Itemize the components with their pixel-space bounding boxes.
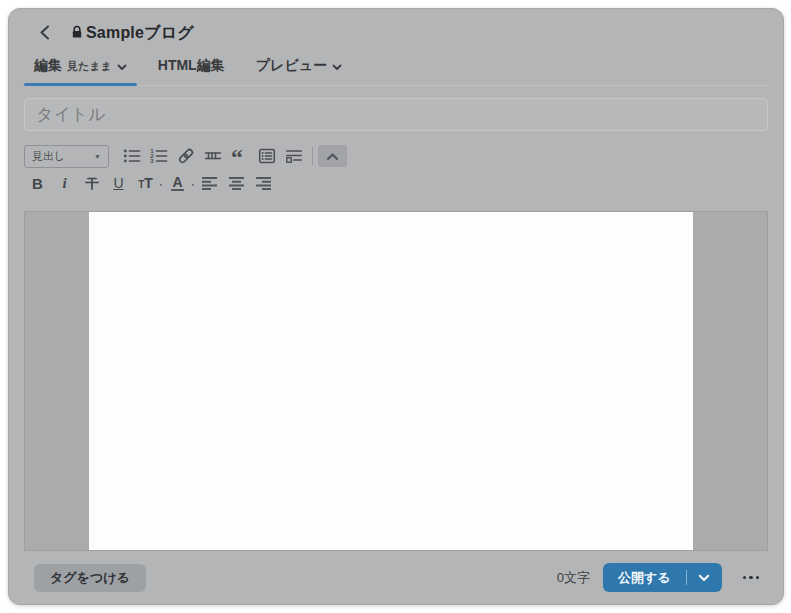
publish-button[interactable]: 公開する xyxy=(603,563,686,592)
read-more-button[interactable] xyxy=(199,145,226,167)
chevron-down-icon xyxy=(698,570,710,585)
unordered-list-icon xyxy=(122,146,142,166)
chevron-up-icon xyxy=(326,149,339,164)
align-center-icon xyxy=(227,174,246,192)
align-right-icon xyxy=(254,174,273,192)
text-color-button[interactable]: A xyxy=(164,172,191,194)
editor-area xyxy=(24,211,768,551)
bold-icon: B xyxy=(32,176,43,191)
text-size-button[interactable]: TT xyxy=(132,172,159,194)
read-more-icon xyxy=(203,146,223,166)
blog-title-group: Sampleブログ xyxy=(71,23,194,44)
table-of-contents-button[interactable] xyxy=(253,145,280,167)
tab-label: 編集 xyxy=(34,57,62,75)
select-arrow-icon: ▼ xyxy=(94,153,101,160)
add-tag-button[interactable]: タグをつける xyxy=(34,564,146,592)
chevron-down-icon xyxy=(117,57,127,75)
tab-label: HTML編集 xyxy=(158,57,225,75)
underline-button[interactable]: U xyxy=(105,172,132,194)
align-center-button[interactable] xyxy=(223,172,250,194)
strikethrough-icon xyxy=(83,174,101,192)
char-count: 0文字 xyxy=(557,569,590,587)
toolbar-row-2: B i U TT A xyxy=(24,171,768,195)
ordered-list-icon: 123 xyxy=(149,146,169,166)
toolbar-collapse-button[interactable] xyxy=(318,145,347,167)
padlock-icon xyxy=(71,25,83,43)
blog-editor-window: Sampleブログ 編集 見たまま HTML編集 プレビュー 見出し ▼ xyxy=(8,8,784,605)
quote-icon: “ xyxy=(230,146,250,166)
footer-bar: タグをつける 0文字 公開する xyxy=(9,551,783,604)
svg-text:3: 3 xyxy=(150,157,154,164)
footnote-button[interactable] xyxy=(280,145,307,167)
italic-button[interactable]: i xyxy=(51,172,78,194)
tab-bar: 編集 見たまま HTML編集 プレビュー xyxy=(24,51,768,86)
svg-text:“: “ xyxy=(231,146,243,166)
footnote-icon xyxy=(284,146,304,166)
blog-title: Sampleブログ xyxy=(86,23,194,44)
footer-right-group: 0文字 公開する xyxy=(557,563,761,592)
align-left-icon xyxy=(200,174,219,192)
align-right-button[interactable] xyxy=(250,172,277,194)
chevron-left-icon xyxy=(38,25,51,43)
header: Sampleブログ xyxy=(9,9,783,45)
tab-sublabel: 見たまま xyxy=(67,59,112,74)
tab-html-edit[interactable]: HTML編集 xyxy=(156,51,227,85)
title-input[interactable] xyxy=(24,98,768,131)
link-icon xyxy=(176,146,196,166)
align-left-button[interactable] xyxy=(196,172,223,194)
publish-split-button: 公開する xyxy=(603,563,722,592)
bold-button[interactable]: B xyxy=(24,172,51,194)
ordered-list-button[interactable]: 123 xyxy=(145,145,172,167)
text-size-dropdown-dot xyxy=(160,184,162,186)
text-size-icon: TT xyxy=(138,176,153,190)
table-of-contents-icon xyxy=(257,146,277,166)
ellipsis-icon xyxy=(743,576,760,580)
heading-style-select[interactable]: 見出し ▼ xyxy=(24,145,109,168)
strikethrough-button[interactable] xyxy=(78,172,105,194)
italic-icon: i xyxy=(62,176,66,191)
unordered-list-button[interactable] xyxy=(118,145,145,167)
chevron-down-icon xyxy=(332,57,342,75)
tab-label: プレビュー xyxy=(256,57,327,75)
back-button[interactable] xyxy=(34,24,54,44)
tab-edit-wysiwyg[interactable]: 編集 見たまま xyxy=(32,51,129,85)
text-color-icon: A xyxy=(171,175,183,192)
link-button[interactable] xyxy=(172,145,199,167)
underline-icon: U xyxy=(113,176,123,190)
tab-preview[interactable]: プレビュー xyxy=(254,51,344,85)
publish-options-button[interactable] xyxy=(687,563,722,592)
text-color-dropdown-dot xyxy=(192,184,194,186)
editor-content-page[interactable] xyxy=(89,212,693,550)
heading-select-label: 見出し xyxy=(32,149,65,164)
toolbar-row-1: 見出し ▼ 123 “ xyxy=(24,144,768,168)
title-row xyxy=(24,98,768,131)
toolbar-separator xyxy=(312,147,313,165)
blockquote-button[interactable]: “ xyxy=(226,145,253,167)
more-options-button[interactable] xyxy=(741,570,762,586)
